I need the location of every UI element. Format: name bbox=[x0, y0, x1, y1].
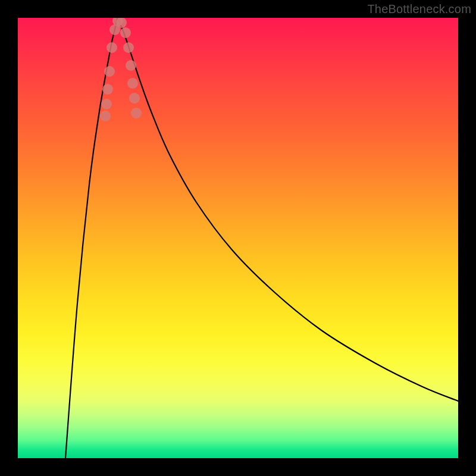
right-branch-curve bbox=[118, 18, 459, 401]
left-branch-curve bbox=[65, 18, 118, 458]
overlap-dot bbox=[123, 42, 134, 53]
overlap-dot bbox=[129, 93, 140, 104]
overlap-dot bbox=[131, 108, 142, 118]
overlap-dot bbox=[120, 27, 131, 38]
overlap-dot bbox=[107, 42, 117, 53]
overlap-dot bbox=[126, 60, 136, 71]
overlap-dot bbox=[101, 99, 112, 109]
watermark-text: TheBottleneck.com bbox=[367, 2, 471, 16]
curve-layer bbox=[18, 18, 458, 458]
plot-area bbox=[18, 18, 458, 458]
overlap-markers bbox=[100, 18, 142, 121]
overlap-dot bbox=[104, 66, 115, 77]
overlap-dot bbox=[127, 78, 138, 89]
curve-group bbox=[65, 18, 458, 458]
overlap-dot bbox=[100, 111, 111, 121]
overlap-dot bbox=[102, 84, 113, 95]
chart-frame: TheBottleneck.com bbox=[0, 0, 476, 476]
